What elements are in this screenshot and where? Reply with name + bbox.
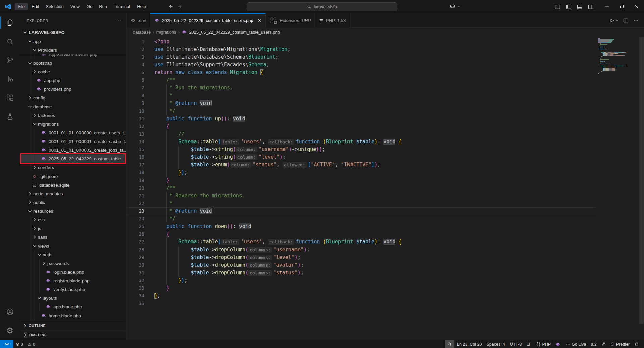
code-line-18[interactable]: 18 }); <box>127 169 595 177</box>
activity-account-icon[interactable] <box>0 302 20 321</box>
code-line-24[interactable]: 24 */ <box>127 215 595 223</box>
activity-files-icon[interactable] <box>0 13 20 32</box>
code-line-15[interactable]: 15 $table->string(column:"username")->un… <box>127 146 595 153</box>
close-tab-icon[interactable] <box>258 19 261 22</box>
code-line-2[interactable]: 2use Illuminate\Database\Migrations\Migr… <box>127 46 595 53</box>
code-line-1[interactable]: 1<?php <box>127 38 595 46</box>
status-ln-23-col-20[interactable]: Ln 23, Col 20 <box>454 340 484 348</box>
status-zoom-in[interactable] <box>445 340 454 348</box>
activity-run-debug-icon[interactable] <box>0 70 20 88</box>
code-line-26[interactable]: 26 { <box>127 230 595 238</box>
code-line-4[interactable]: 4use Illuminate\Support\Facades\Schema; <box>127 61 595 69</box>
tree-item-js[interactable]: js <box>20 224 126 233</box>
tab-php-1-58[interactable]: PHP: 1.58 <box>315 13 350 28</box>
status-warning[interactable]: ⚠0 <box>25 340 38 348</box>
code-line-25[interactable]: 25 public function down(): void <box>127 223 595 230</box>
code-line-6[interactable]: 6 /** <box>127 76 595 84</box>
code-editor[interactable]: 1<?php2use Illuminate\Database\Migration… <box>127 37 644 340</box>
toggle-primary-sidebar-icon[interactable] <box>566 4 572 10</box>
code-line-22[interactable]: 22 * <box>127 200 595 207</box>
code-line-5[interactable]: 5return new class extends Migration { <box>127 69 595 76</box>
status-8-2[interactable]: 8.2 <box>588 340 599 348</box>
tree-item-0001-01-01-000002-create-jobs-ta-[interactable]: 0001_01_01_000002_create_jobs_ta... <box>20 146 126 154</box>
tree-item--gitignore[interactable]: .gitignore <box>20 172 126 181</box>
code-line-16[interactable]: 16 $table->string(column:"level"); <box>127 153 595 161</box>
scrollbar-thumb[interactable] <box>639 37 644 324</box>
timeline-section[interactable]: TIMELINE <box>20 330 126 339</box>
split-editor-icon[interactable] <box>623 18 628 23</box>
breadcrumb-item-migrations[interactable]: migrations <box>156 30 176 35</box>
status-broadcast[interactable]: Go Live <box>563 340 588 348</box>
tree-item-cache[interactable]: cache <box>20 67 126 76</box>
outline-section[interactable]: OUTLINE <box>20 321 126 330</box>
forward-arrow-icon[interactable] <box>177 4 182 9</box>
code-line-13[interactable]: 13 // <box>127 130 595 138</box>
status-wrench[interactable] <box>599 340 608 348</box>
activity-testing-icon[interactable] <box>0 107 20 126</box>
code-line-14[interactable]: 14 Schema::table(table:'users', callback… <box>127 138 595 146</box>
status-lf[interactable]: LF <box>524 340 534 348</box>
code-line-23[interactable]: 23 * @return void <box>127 207 595 215</box>
code-line-28[interactable]: 28 $table->dropColumn(columns:"username"… <box>127 246 595 254</box>
tree-item-migrations[interactable]: migrations <box>20 120 126 128</box>
code-line-19[interactable]: 19 } <box>127 177 595 184</box>
close-window-button[interactable] <box>629 0 644 13</box>
status-utf-8[interactable]: UTF-8 <box>507 340 524 348</box>
tree-item-register-blade-php[interactable]: register.blade.php <box>20 276 126 285</box>
tree-item-providers[interactable]: Providers <box>20 46 126 54</box>
code-line-27[interactable]: 27 Schema::table(table:'users', callback… <box>127 238 595 246</box>
tree-item-layouts[interactable]: layouts <box>20 294 126 302</box>
tree-item-0001-01-01-000001-create-cache-t-[interactable]: 0001_01_01_000001_create_cache_t... <box>20 137 126 146</box>
activity-source-control-icon[interactable] <box>0 51 20 70</box>
code-line-11[interactable]: 11 public function up(): void <box>127 115 595 123</box>
tree-item-node-modules[interactable]: node_modules <box>20 189 126 198</box>
tree-item-login-blade-php[interactable]: login.blade.php <box>20 268 126 276</box>
activity-extensions-icon[interactable] <box>0 88 20 107</box>
copilot-icon[interactable] <box>449 3 456 9</box>
run-button[interactable] <box>609 18 618 23</box>
status-spaces-4[interactable]: Spaces: 4 <box>484 340 507 348</box>
tree-item-bootstrap[interactable]: bootstrap <box>20 59 126 67</box>
code-line-9[interactable]: 9 * @return void <box>127 99 595 107</box>
code-line-34[interactable]: 34}; <box>127 292 595 300</box>
status-bell[interactable] <box>632 340 641 348</box>
tree-item-resources[interactable]: resources <box>20 207 126 215</box>
code-line-17[interactable]: 17 $table->enum(column:"status", allowed… <box>127 161 595 169</box>
status-php-elephant[interactable] <box>553 340 563 348</box>
tab--env[interactable]: ⚙.env <box>127 13 150 28</box>
tree-item-home-blade-php[interactable]: home.blade.php <box>20 311 126 320</box>
menu-file[interactable]: File <box>15 3 28 10</box>
tree-item-app-blade-php[interactable]: app.blade.php <box>20 302 126 311</box>
tree-item-app-php[interactable]: app.php <box>20 76 126 85</box>
activity-search-icon[interactable] <box>0 32 20 51</box>
toggle-secondary-sidebar-icon[interactable] <box>588 4 594 10</box>
code-line-7[interactable]: 7 * Run the migrations. <box>127 84 595 92</box>
tree-item-public[interactable]: public <box>20 198 126 207</box>
status-error[interactable]: ⊗0 <box>13 340 25 348</box>
tree-item-seeders[interactable]: seeders <box>20 163 126 172</box>
chevron-down-icon[interactable] <box>457 5 460 8</box>
menu-view[interactable]: View <box>67 3 83 10</box>
command-center-search[interactable]: laravel-sisfo <box>247 2 397 11</box>
activity-settings-gear-icon[interactable]: ⚙ <box>0 321 20 340</box>
tree-item-laravel-sisfo[interactable]: LARAVEL-SISFO <box>20 28 126 37</box>
tree-item-database[interactable]: database <box>20 102 126 111</box>
tree-item-app[interactable]: app <box>20 37 126 46</box>
menu-selection[interactable]: Selection <box>43 3 66 10</box>
code-line-32[interactable]: 32 }); <box>127 277 595 284</box>
toggle-panel-icon[interactable] <box>577 4 583 10</box>
tree-item-appserviceprovider-php[interactable]: AppServiceProvider.php <box>20 54 126 59</box>
tree-item-auth[interactable]: auth <box>20 250 126 259</box>
tree-item-factories[interactable]: factories <box>20 111 126 120</box>
tree-item-2025-05-22-042329-costum-table-[interactable]: 2025_05_22_042329_costum_table_... <box>20 154 126 163</box>
explorer-more-actions-icon[interactable]: ⋯ <box>116 18 121 24</box>
tab-extension-php[interactable]: Extension: PHP <box>266 13 315 28</box>
status-braces[interactable]: {}PHP <box>534 340 553 348</box>
tree-item-verify-blade-php[interactable]: verify.blade.php <box>20 285 126 294</box>
code-line-10[interactable]: 10 */ <box>127 107 595 115</box>
tree-item-0001-01-01-000000-create-users-t-[interactable]: 0001_01_01_000000_create_users_t... <box>20 128 126 137</box>
tree-item-database-sqlite[interactable]: database.sqlite <box>20 181 126 189</box>
code-line-20[interactable]: 20 /** <box>127 184 595 192</box>
code-line-12[interactable]: 12 { <box>127 123 595 130</box>
code-line-33[interactable]: 33 } <box>127 284 595 292</box>
